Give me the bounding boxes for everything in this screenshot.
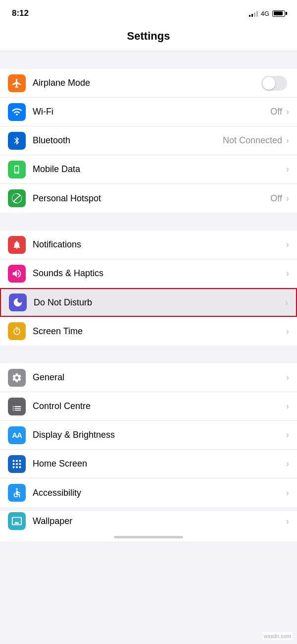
svg-rect-1 bbox=[16, 460, 18, 462]
svg-rect-5 bbox=[19, 463, 21, 465]
svg-rect-7 bbox=[16, 466, 18, 468]
general-label: General bbox=[33, 372, 285, 383]
airplane-mode-toggle[interactable] bbox=[261, 76, 287, 91]
section-gap-2 bbox=[0, 213, 297, 231]
sounds-haptics-label: Sounds & Haptics bbox=[33, 268, 285, 279]
personal-hotspot-label: Personal Hotspot bbox=[33, 193, 270, 204]
do-not-disturb-row[interactable]: Do Not Disturb › bbox=[0, 288, 297, 317]
control-centre-row[interactable]: Control Centre › bbox=[0, 392, 297, 421]
airplane-mode-icon bbox=[8, 74, 26, 92]
mobile-data-chevron: › bbox=[286, 164, 289, 175]
personal-hotspot-row[interactable]: Personal Hotspot Off › bbox=[0, 184, 297, 213]
section-gap-1 bbox=[0, 51, 297, 69]
bluetooth-icon bbox=[8, 132, 26, 150]
notifications-chevron: › bbox=[286, 239, 289, 250]
screen-time-chevron: › bbox=[286, 326, 289, 337]
connectivity-section: Airplane Mode Wi-Fi Off › Bluetooth Not … bbox=[0, 69, 297, 213]
wifi-row[interactable]: Wi-Fi Off › bbox=[0, 98, 297, 126]
control-centre-label: Control Centre bbox=[33, 401, 285, 411]
svg-rect-2 bbox=[19, 460, 21, 462]
accessibility-chevron: › bbox=[286, 488, 289, 498]
wifi-chevron: › bbox=[286, 107, 289, 117]
do-not-disturb-icon bbox=[9, 293, 27, 311]
section-gap-4 bbox=[0, 507, 297, 511]
sounds-haptics-icon bbox=[8, 265, 26, 283]
notifications-row[interactable]: Notifications › bbox=[0, 231, 297, 259]
accessibility-icon bbox=[8, 484, 26, 502]
display-brightness-chevron: › bbox=[286, 430, 289, 440]
screen-time-icon bbox=[8, 322, 26, 340]
status-icons: 4G bbox=[249, 10, 285, 17]
bluetooth-chevron: › bbox=[286, 135, 289, 146]
home-screen-icon bbox=[8, 455, 26, 473]
section-gap-3 bbox=[0, 346, 297, 363]
do-not-disturb-chevron: › bbox=[285, 297, 288, 308]
screen-time-label: Screen Time bbox=[33, 326, 285, 337]
home-screen-chevron: › bbox=[286, 459, 289, 469]
bluetooth-value: Not Connected bbox=[223, 135, 282, 146]
home-indicator bbox=[114, 536, 183, 538]
sounds-haptics-chevron: › bbox=[286, 268, 289, 279]
svg-rect-8 bbox=[19, 466, 21, 468]
bluetooth-row[interactable]: Bluetooth Not Connected › bbox=[0, 126, 297, 155]
general-row[interactable]: General › bbox=[0, 363, 297, 392]
wallpaper-icon bbox=[8, 512, 26, 530]
svg-rect-0 bbox=[13, 460, 15, 462]
personal-hotspot-icon bbox=[8, 189, 26, 207]
screen-time-row[interactable]: Screen Time › bbox=[0, 317, 297, 346]
home-screen-row[interactable]: Home Screen › bbox=[0, 450, 297, 478]
general-icon bbox=[8, 369, 26, 387]
network-type: 4G bbox=[261, 10, 269, 17]
svg-rect-6 bbox=[13, 466, 15, 468]
mobile-data-row[interactable]: Mobile Data › bbox=[0, 155, 297, 184]
status-time: 8:12 bbox=[12, 8, 29, 18]
wifi-label: Wi-Fi bbox=[33, 107, 270, 117]
display-brightness-row[interactable]: AA Display & Brightness › bbox=[0, 421, 297, 450]
page-title: Settings bbox=[127, 30, 170, 42]
status-bar: 8:12 4G bbox=[0, 0, 297, 25]
watermark: wsxdn.com bbox=[262, 632, 293, 640]
wallpaper-section-partial: Wallpaper › bbox=[0, 511, 297, 531]
wifi-value: Off bbox=[270, 107, 282, 117]
personal-hotspot-value: Off bbox=[270, 193, 282, 204]
wifi-icon bbox=[8, 103, 26, 121]
accessibility-row[interactable]: Accessibility › bbox=[0, 478, 297, 507]
general-chevron: › bbox=[286, 372, 289, 383]
toggle-knob bbox=[262, 77, 275, 90]
control-centre-icon bbox=[8, 398, 26, 415]
display-brightness-label: Display & Brightness bbox=[33, 430, 285, 440]
notifications-label: Notifications bbox=[33, 239, 285, 250]
page-title-bar: Settings bbox=[0, 25, 297, 51]
general-settings-section: General › Control Centre › AA Display & … bbox=[0, 363, 297, 507]
system-section: Notifications › Sounds & Haptics › Do No… bbox=[0, 231, 297, 346]
signal-icon bbox=[249, 10, 258, 17]
accessibility-label: Accessibility bbox=[33, 488, 285, 498]
sounds-haptics-row[interactable]: Sounds & Haptics › bbox=[0, 259, 297, 288]
do-not-disturb-label: Do Not Disturb bbox=[34, 297, 284, 308]
notifications-icon bbox=[8, 236, 26, 254]
mobile-data-icon bbox=[8, 161, 26, 178]
mobile-data-label: Mobile Data bbox=[33, 164, 285, 175]
wallpaper-chevron: › bbox=[286, 516, 289, 527]
home-screen-label: Home Screen bbox=[33, 459, 285, 469]
bluetooth-label: Bluetooth bbox=[33, 135, 223, 146]
svg-rect-4 bbox=[16, 463, 18, 465]
home-indicator-bar bbox=[0, 531, 297, 541]
wallpaper-row[interactable]: Wallpaper › bbox=[0, 511, 297, 531]
wallpaper-label: Wallpaper bbox=[33, 516, 285, 527]
svg-rect-3 bbox=[13, 463, 15, 465]
display-brightness-icon: AA bbox=[8, 426, 26, 444]
control-centre-chevron: › bbox=[286, 401, 289, 411]
personal-hotspot-chevron: › bbox=[286, 193, 289, 204]
battery-icon bbox=[272, 10, 285, 17]
airplane-mode-row[interactable]: Airplane Mode bbox=[0, 69, 297, 98]
airplane-mode-label: Airplane Mode bbox=[33, 78, 261, 88]
svg-point-9 bbox=[16, 488, 18, 490]
